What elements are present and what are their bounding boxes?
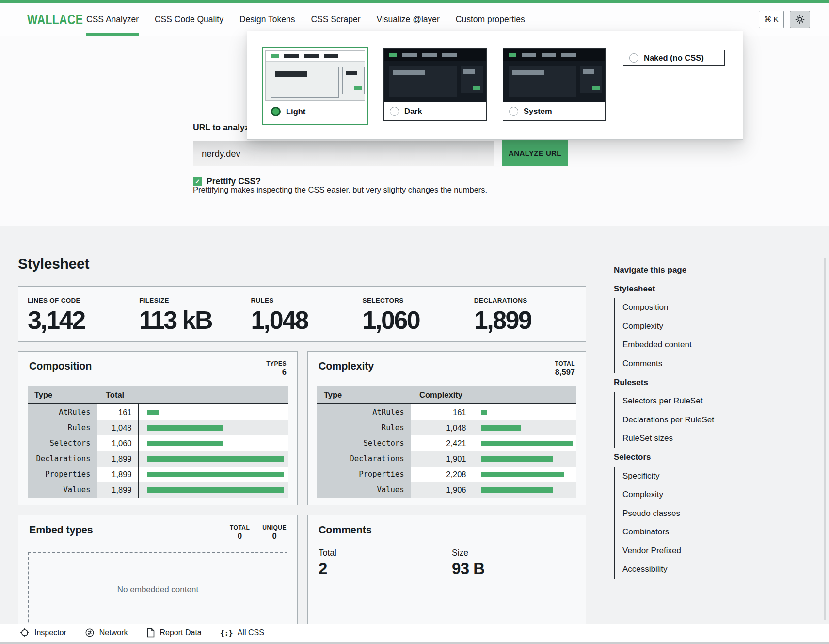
theme-radio-naked-no-css[interactable] — [629, 53, 638, 63]
theme-option-system[interactable]: System — [503, 48, 606, 121]
table-row: Rules1,048 — [28, 420, 288, 435]
comments-stats: Total 2 Size 93 B — [308, 536, 586, 578]
stat-selectors: SELECTORS1,060 — [363, 297, 474, 341]
value-bar — [481, 441, 573, 446]
mini-pill-icon — [561, 53, 576, 57]
theme-option-light[interactable]: Light — [262, 47, 368, 125]
value-bar — [147, 425, 223, 431]
table-row: Selectors2,421 — [317, 435, 576, 451]
value-bar — [147, 410, 159, 415]
value-bar — [147, 456, 285, 462]
theme-preview — [384, 49, 486, 102]
toc-link-composition[interactable]: Composition — [615, 298, 759, 317]
toc-link-embedded-content[interactable]: Embedded content — [615, 336, 759, 354]
mini-pill-icon — [422, 53, 437, 57]
stat-value: 3,142 — [28, 306, 139, 335]
toc-link-comments[interactable]: Comments — [615, 354, 759, 373]
row-type: AtRules — [317, 404, 411, 420]
mini-pill-icon — [542, 53, 556, 57]
footer-label: Network — [99, 628, 128, 637]
nav-tab-css-analyzer[interactable]: CSS Analyzer — [86, 3, 139, 36]
row-type: Values — [28, 482, 97, 498]
value-bar — [481, 425, 521, 431]
row-type: Values — [317, 482, 411, 498]
file-icon — [146, 628, 155, 638]
toc-section-rulesets[interactable]: Rulesets — [614, 373, 759, 392]
url-input[interactable] — [193, 141, 494, 166]
toc-link-vendor-prefixed[interactable]: Vendor Prefixed — [615, 542, 759, 561]
row-value: 1,048 — [411, 420, 473, 435]
mini-pill-icon — [509, 53, 516, 57]
row-type: Properties — [317, 467, 411, 482]
mini-pill-icon — [304, 54, 319, 58]
toc-link-specificity[interactable]: Specificity — [615, 467, 759, 486]
stat-label: SELECTORS — [363, 297, 474, 304]
composition-panel: Composition TYPES 6 TypeTotalAtRules161R… — [18, 351, 298, 505]
row-type: Selectors — [28, 435, 97, 451]
footer-network[interactable]: Network — [85, 628, 128, 638]
theme-option-label: System — [524, 107, 552, 116]
theme-toggle-button[interactable] — [790, 11, 810, 28]
footer-report-data[interactable]: Report Data — [146, 628, 202, 638]
row-value: 1,899 — [97, 467, 138, 482]
theme-picker-popup: LightDarkSystemNaked (no CSS) — [247, 31, 743, 140]
row-value: 1,906 — [411, 482, 473, 498]
table-row: Properties2,208 — [317, 467, 576, 482]
theme-option-dark[interactable]: Dark — [383, 48, 487, 121]
report-section: Stylesheet LINES OF CODE3,142FILESIZE113… — [0, 226, 829, 624]
complexity-meta: TOTAL 8,597 — [555, 360, 575, 377]
theme-option-naked-no-css[interactable]: Naked (no CSS) — [623, 50, 725, 66]
theme-preview — [503, 49, 605, 102]
theme-radio-system[interactable] — [509, 107, 518, 116]
wallace-logo[interactable]: WALLACE — [27, 11, 83, 28]
toc-section-stylesheet[interactable]: Stylesheet — [614, 279, 759, 298]
stat-declarations: DECLARATIONS1,899 — [474, 297, 586, 341]
toc-section-selectors[interactable]: Selectors — [614, 448, 759, 467]
composition-table: TypeTotalAtRules161Rules1,048Selectors1,… — [18, 386, 297, 498]
theme-radio-light[interactable] — [271, 107, 281, 116]
toc-link-complexity[interactable]: Complexity — [615, 317, 759, 336]
embed-empty-state: No embedded content — [28, 552, 287, 624]
bottom-strip — [0, 642, 829, 644]
toc-link-pseudo-classes[interactable]: Pseudo classes — [615, 504, 759, 523]
row-value: 2,421 — [411, 435, 473, 451]
toc-link-accessibility[interactable]: Accessibility — [615, 560, 759, 579]
scrollbar[interactable] — [824, 258, 826, 620]
embed-types-panel: Embed types TOTAL 0 UNIQUE 0 No embedded… — [18, 515, 298, 624]
toc-link-combinators[interactable]: Combinators — [615, 523, 759, 542]
table-row: AtRules161 — [317, 404, 576, 420]
mini-pill-icon — [284, 54, 299, 58]
sun-icon — [795, 15, 805, 24]
value-bar — [481, 410, 488, 415]
theme-option-label: Dark — [404, 107, 422, 116]
stat-label: LINES OF CODE — [28, 297, 139, 304]
mini-pill-icon — [324, 54, 338, 58]
value-bar — [147, 441, 223, 446]
col-header-value: Total — [97, 386, 138, 404]
footer-inspector[interactable]: Inspector — [20, 628, 66, 638]
toc-link-ruleset-sizes[interactable]: RuleSet sizes — [615, 429, 759, 448]
toc-link-selectors-per-ruleset[interactable]: Selectors per RuleSet — [615, 392, 759, 411]
toc-link-complexity[interactable]: Complexity — [615, 485, 759, 504]
data-table: TypeComplexityAtRules161Rules1,048Select… — [317, 386, 576, 498]
page-nav: Navigate this pageStylesheetCompositionC… — [614, 226, 759, 624]
theme-option-label: Light — [286, 107, 305, 116]
nav-tab-css-code-quality[interactable]: CSS Code Quality — [155, 3, 223, 36]
mini-pill-icon — [442, 53, 457, 57]
value-bar — [147, 487, 285, 493]
comments-panel: Comments Total 2 Size 93 B — [307, 515, 586, 624]
data-table: TypeTotalAtRules161Rules1,048Selectors1,… — [28, 386, 288, 498]
command-k-button[interactable]: ⌘ K — [759, 11, 784, 28]
table-row: AtRules161 — [28, 404, 288, 420]
theme-radio-dark[interactable] — [390, 107, 399, 116]
comments-title: Comments — [319, 524, 372, 536]
analyze-url-button[interactable]: ANALYZE URL — [502, 140, 568, 166]
braces-icon: {:} — [220, 628, 233, 638]
footer-all-css[interactable]: {:}All CSS — [220, 628, 264, 638]
row-value: 161 — [97, 404, 138, 420]
complexity-title: Complexity — [319, 360, 374, 372]
table-row: Selectors1,060 — [28, 435, 288, 451]
row-value: 1,899 — [97, 482, 138, 498]
toc-link-declarations-per-ruleset[interactable]: Declarations per RuleSet — [615, 411, 759, 430]
row-type: Rules — [317, 420, 411, 435]
